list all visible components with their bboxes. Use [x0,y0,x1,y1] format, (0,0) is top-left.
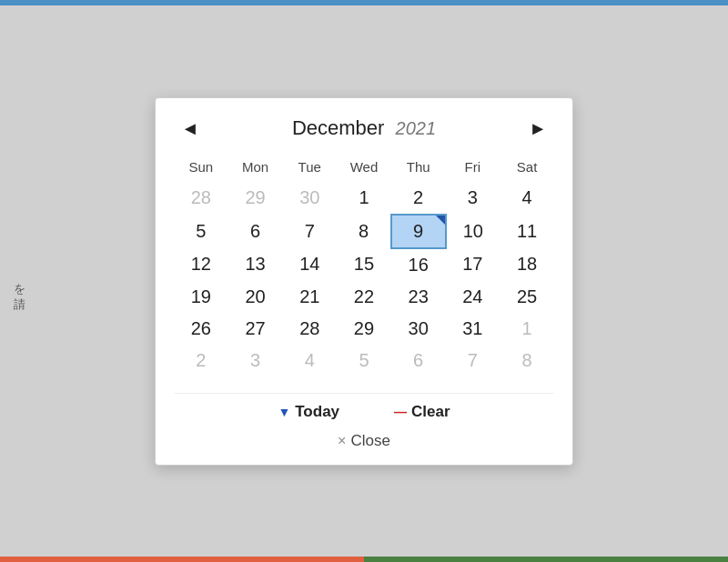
calendar-day[interactable]: 22 [337,281,391,313]
calendar-week-row: 12131415161718 [174,248,554,281]
calendar-day[interactable]: 14 [282,248,337,281]
calendar-day[interactable]: 24 [446,281,500,313]
calendar-day[interactable]: 23 [391,281,446,313]
calendar-day[interactable]: 30 [282,182,337,215]
close-icon: × [338,433,346,449]
calendar-day[interactable]: 3 [446,182,500,215]
calendar-week-row: 19202122232425 [174,281,554,313]
calendar-day[interactable]: 13 [228,248,283,281]
calendar-footer: ▼ Today — Clear [174,393,554,421]
weekday-thu: Thu [391,156,446,182]
weekday-mon: Mon [228,156,283,182]
weekday-header-row: SunMonTueWedThuFriSat [174,156,554,182]
calendar-day[interactable]: 2 [391,182,446,215]
calendar-day[interactable]: 15 [337,248,391,281]
weekday-sun: Sun [174,156,228,182]
next-month-button[interactable]: ► [521,116,554,141]
calendar-day[interactable]: 28 [282,313,337,345]
calendar-grid: SunMonTueWedThuFriSat 282930123456789101… [174,156,554,376]
calendar-day[interactable]: 29 [337,313,391,345]
calendar-day[interactable]: 4 [500,182,554,215]
calendar-day[interactable]: 17 [446,248,500,281]
month-label: December [292,116,384,139]
calendar-day[interactable]: 26 [174,313,228,345]
calendar-week-row: 567891011 [174,215,554,248]
calendar-day[interactable]: 1 [500,313,554,345]
calendar-day[interactable]: 25 [500,281,554,313]
prev-month-button[interactable]: ◄ [174,116,207,141]
weekday-sat: Sat [500,156,554,182]
calendar-day[interactable]: 9 [391,215,446,248]
close-row: × Close [174,432,554,450]
month-year-label: December 2021 [292,116,436,140]
calendar-day[interactable]: 20 [228,281,283,313]
today-label: Today [295,403,339,421]
weekday-fri: Fri [446,156,500,182]
close-button[interactable]: × Close [338,432,390,450]
weekday-tue: Tue [282,156,337,182]
calendar-day[interactable]: 6 [228,215,283,248]
calendar-day[interactable]: 12 [174,248,228,281]
calendar-week-row: 2627282930311 [174,313,554,345]
calendar-day[interactable]: 2 [174,345,228,376]
calendar-day[interactable]: 30 [391,313,446,345]
top-stripe [0,0,728,5]
calendar-day[interactable]: 31 [446,313,500,345]
calendar-popup: ◄ December 2021 ► SunMonTueWedThuFriSat … [155,97,573,466]
calendar-day[interactable]: 16 [391,248,446,281]
calendar-day[interactable]: 28 [174,182,228,215]
calendar-day[interactable]: 1 [337,182,391,215]
calendar-day[interactable]: 29 [228,182,283,215]
weekday-wed: Wed [337,156,391,182]
calendar-day[interactable]: 8 [337,215,391,248]
calendar-day[interactable]: 10 [446,215,500,248]
calendar-day[interactable]: 5 [337,345,391,376]
calendar-day[interactable]: 7 [282,215,337,248]
clear-icon: — [394,405,407,419]
calendar-week-row: 2829301234 [174,182,554,215]
calendar-day[interactable]: 18 [500,248,554,281]
bottom-stripe [0,557,728,562]
today-icon: ▼ [278,405,290,419]
calendar-day[interactable]: 19 [174,281,228,313]
calendar-day[interactable]: 5 [174,215,228,248]
side-text: を請 [11,275,27,288]
clear-button[interactable]: — Clear [394,403,450,421]
calendar-day[interactable]: 3 [228,345,283,376]
calendar-header: ◄ December 2021 ► [174,116,554,141]
close-label: Close [350,432,389,450]
today-button[interactable]: ▼ Today [278,403,339,421]
calendar-day[interactable]: 4 [282,345,337,376]
year-label: 2021 [396,118,437,138]
calendar-day[interactable]: 8 [500,345,554,376]
calendar-day[interactable]: 11 [500,215,554,248]
calendar-day[interactable]: 7 [446,345,500,376]
calendar-day[interactable]: 27 [228,313,283,345]
calendar-day[interactable]: 21 [282,281,337,313]
calendar-week-row: 2345678 [174,345,554,376]
clear-label: Clear [411,403,450,421]
calendar-day[interactable]: 6 [391,345,446,376]
